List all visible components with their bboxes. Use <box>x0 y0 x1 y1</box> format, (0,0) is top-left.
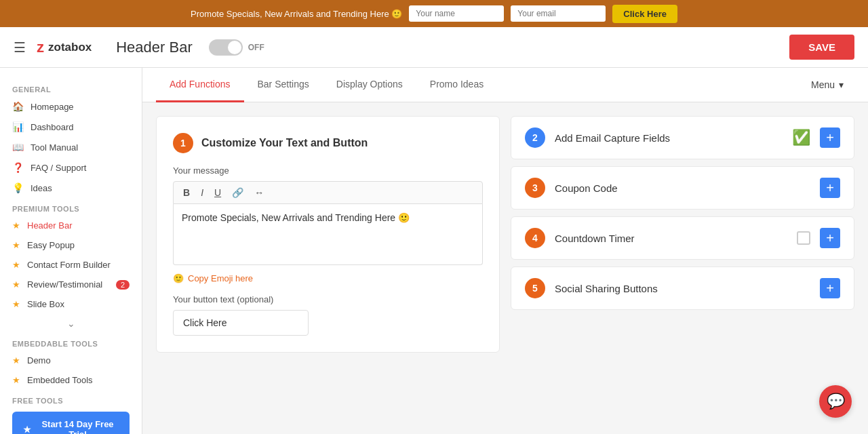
header-bar-toggle[interactable] <box>209 39 243 56</box>
sidebar-contact-form-label: Contact Form Builder <box>27 260 111 270</box>
dashboard-icon: 📊 <box>12 121 24 132</box>
message-label: Your message <box>173 165 483 176</box>
sidebar-item-embedded-tools[interactable]: ★ Embedded Tools <box>0 370 142 390</box>
step-3-circle: 3 <box>525 178 545 198</box>
emoji-label: Copy Emoji here <box>188 273 253 283</box>
sidebar-item-homepage[interactable]: 🏠 Homepage <box>0 96 142 117</box>
unlink-button[interactable]: ↔ <box>252 186 267 199</box>
sidebar-item-demo[interactable]: ★ Demo <box>0 351 142 370</box>
chat-icon: 💬 <box>827 393 845 410</box>
tab-promo-ideas[interactable]: Promo Ideas <box>416 68 497 102</box>
panel-heading: Customize Your Text and Button <box>201 137 368 149</box>
panel-title: 1 Customize Your Text and Button <box>173 133 483 153</box>
page-title: Header Bar <box>116 39 193 56</box>
countdown-timer-label: Countdown Timer <box>555 233 787 244</box>
review-badge: 2 <box>116 280 130 290</box>
sidebar-item-tool-manual[interactable]: 📖 Tool Manual <box>0 137 142 157</box>
star-icon-trial: ★ <box>23 425 31 435</box>
banner-cta-button[interactable]: Click Here <box>612 5 677 23</box>
step-1-circle: 1 <box>173 133 193 153</box>
sidebar-dashboard-label: Dashboard <box>31 122 74 132</box>
faq-icon: ❓ <box>12 162 24 173</box>
sidebar-item-ideas[interactable]: 💡 Ideas <box>0 178 142 198</box>
button-text-input[interactable] <box>173 310 309 336</box>
hamburger-icon[interactable]: ☰ <box>14 39 26 56</box>
logo-z: z <box>37 39 44 56</box>
sidebar-homepage-label: Homepage <box>31 102 74 112</box>
manual-icon: 📖 <box>12 142 24 153</box>
sidebar-review-label: Review/Testimonial <box>27 279 102 290</box>
logo: z zotabox <box>37 39 92 56</box>
message-content: Promote Specials, New Arrivals and Trend… <box>182 212 410 223</box>
add-email-capture-button[interactable]: + <box>820 127 840 148</box>
toggle-knob <box>228 41 241 54</box>
chat-bubble[interactable]: 💬 <box>819 385 852 418</box>
add-social-button[interactable]: + <box>820 278 840 298</box>
star-icon-header-bar: ★ <box>12 220 20 231</box>
step-5-circle: 5 <box>525 278 545 298</box>
free-section-label: FREE TOOLS <box>0 390 142 408</box>
app-header: ☰ z zotabox Header Bar OFF SAVE <box>0 27 868 68</box>
step-4-circle: 4 <box>525 228 545 248</box>
main-content: Add Functions Bar Settings Display Optio… <box>142 68 868 434</box>
banner-name-input[interactable] <box>409 5 504 22</box>
customize-panel: 1 Customize Your Text and Button Your me… <box>156 116 500 353</box>
tab-add-functions[interactable]: Add Functions <box>156 68 244 102</box>
top-banner: Promote Specials, New Arrivals and Trend… <box>0 0 868 27</box>
trial-btn-label: Start 14 Day Free Trial <box>37 419 119 434</box>
sidebar-manual-label: Tool Manual <box>31 142 78 153</box>
emoji-link[interactable]: 🙂 Copy Emoji here <box>173 273 483 283</box>
countdown-checkbox[interactable] <box>797 231 810 245</box>
sidebar-header-bar-label: Header Bar <box>27 220 72 231</box>
right-panel: 2 Add Email Capture Fields ✅ + 3 Coupon … <box>511 116 854 310</box>
add-coupon-button[interactable]: + <box>820 178 840 198</box>
sidebar-faq-label: FAQ / Support <box>31 163 86 173</box>
editor-toolbar: B I U 🔗 ↔ <box>173 181 483 204</box>
sidebar-item-header-bar[interactable]: ★ Header Bar <box>0 216 142 235</box>
logo-name: zotabox <box>48 41 92 54</box>
content-area: 1 Customize Your Text and Button Your me… <box>142 102 868 366</box>
message-editor[interactable]: Promote Specials, New Arrivals and Trend… <box>173 204 483 265</box>
star-icon-review: ★ <box>12 279 20 290</box>
emoji-icon: 🙂 <box>173 273 184 283</box>
star-icon-slide-box: ★ <box>12 299 20 309</box>
premium-section-label: PREMIUM TOOLS <box>0 198 142 216</box>
star-icon-contact-form: ★ <box>12 260 20 270</box>
start-trial-button[interactable]: ★ Start 14 Day Free Trial <box>12 412 130 434</box>
link-button[interactable]: 🔗 <box>229 186 246 199</box>
bold-button[interactable]: B <box>180 186 193 199</box>
menu-label: Menu <box>811 79 835 90</box>
sidebar-item-review[interactable]: ★ Review/Testimonial 2 <box>0 275 142 294</box>
toggle-container[interactable]: OFF <box>209 39 264 56</box>
underline-button[interactable]: U <box>212 186 224 199</box>
save-button[interactable]: SAVE <box>789 35 854 60</box>
step-2-circle: 2 <box>525 127 545 148</box>
star-icon-demo: ★ <box>12 355 20 366</box>
general-section-label: GENERAL <box>0 79 142 96</box>
sidebar-item-contact-form[interactable]: ★ Contact Form Builder <box>0 255 142 275</box>
show-more-chevron[interactable]: ⌄ <box>0 314 142 333</box>
check-icon: ✅ <box>792 129 810 146</box>
banner-email-input[interactable] <box>511 5 606 22</box>
sidebar-item-slide-box[interactable]: ★ Slide Box <box>0 294 142 314</box>
sidebar-slide-box-label: Slide Box <box>27 299 64 309</box>
add-countdown-button[interactable]: + <box>820 228 840 248</box>
sidebar: GENERAL 🏠 Homepage 📊 Dashboard 📖 Tool Ma… <box>0 68 142 434</box>
button-text-label: Your button text (optional) <box>173 294 483 304</box>
banner-text: Promote Specials, New Arrivals and Trend… <box>191 9 402 19</box>
star-icon-easy-popup: ★ <box>12 240 20 250</box>
sidebar-item-dashboard[interactable]: 📊 Dashboard <box>0 117 142 137</box>
italic-button[interactable]: I <box>198 186 206 199</box>
tab-display-options[interactable]: Display Options <box>323 68 416 102</box>
sidebar-ideas-label: Ideas <box>31 183 52 193</box>
countdown-timer-card: 4 Countdown Timer + <box>511 216 854 260</box>
ideas-icon: 💡 <box>12 182 24 193</box>
chevron-down-icon: ▾ <box>839 79 844 90</box>
menu-button[interactable]: Menu ▾ <box>800 74 854 96</box>
sidebar-item-easy-popup[interactable]: ★ Easy Popup <box>0 235 142 255</box>
email-capture-label: Add Email Capture Fields <box>555 132 783 144</box>
tabs-bar: Add Functions Bar Settings Display Optio… <box>142 68 868 102</box>
coupon-code-card: 3 Coupon Code + <box>511 166 854 210</box>
sidebar-item-faq[interactable]: ❓ FAQ / Support <box>0 157 142 178</box>
tab-bar-settings[interactable]: Bar Settings <box>244 68 323 102</box>
